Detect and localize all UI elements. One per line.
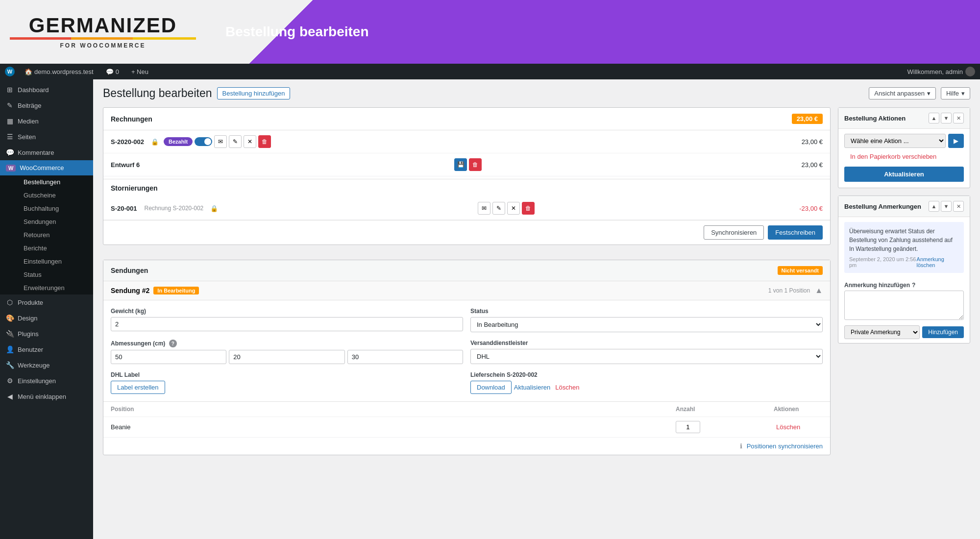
status-group: Status In Bearbeitung (470, 308, 823, 332)
admin-bar-comments[interactable]: 💬 0 (103, 64, 122, 79)
wp-logo[interactable]: W (5, 67, 15, 76)
close-btn-storno[interactable]: ✕ (507, 202, 520, 215)
woo-sub-status[interactable]: Status (10, 268, 93, 281)
note-meta: September 2, 2020 um 2:56 pm Anmerkung l… (849, 256, 959, 268)
anmerkungen-down-btn[interactable]: ▼ (941, 201, 952, 212)
go-button[interactable]: ▶ (948, 134, 964, 148)
rechnungen-total: 23,00 € (792, 114, 823, 124)
anmerkungen-up-btn[interactable]: ▲ (929, 201, 939, 212)
note-type-select[interactable]: Private Anmerkung (844, 325, 920, 339)
delete-position-link[interactable]: Löschen (774, 423, 803, 431)
sidebar-item-seiten[interactable]: ☰ Seiten (0, 129, 93, 145)
sidebar-item-benutzer[interactable]: 👤 Benutzer (0, 342, 93, 357)
note-time: September 2, 2020 um 2:56 pm (849, 256, 917, 268)
anmerkungen-panel: Bestellung Anmerkungen ▲ ▼ ✕ Überweisung… (838, 196, 970, 343)
delete-btn-2[interactable]: 🗑 (469, 158, 482, 171)
email-btn-1[interactable]: ✉ (214, 135, 227, 148)
sidebar-item-woocommerce[interactable]: W WooCommerce (0, 160, 93, 175)
add-order-button[interactable]: Bestellung hinzufügen (217, 87, 291, 99)
trash-row: In den Papierkorb verschieben (838, 153, 970, 164)
note-textarea[interactable] (844, 291, 964, 320)
position-row: Beanie Löschen (103, 416, 830, 437)
commit-button[interactable]: Festschreiben (768, 225, 823, 240)
status-select[interactable]: In Bearbeitung (470, 317, 823, 332)
aktionen-close-btn[interactable]: ✕ (953, 113, 964, 123)
sidebar-item-design[interactable]: 🎨 Design (0, 310, 93, 326)
home-icon: 🏠 (24, 68, 32, 75)
admin-bar-new[interactable]: + Neu (129, 64, 151, 79)
carrier-select[interactable]: DHL (470, 349, 823, 364)
close-btn-1[interactable]: ✕ (244, 135, 256, 148)
email-btn-storno[interactable]: ✉ (478, 202, 490, 215)
lock-icon-1: 🔒 (151, 138, 159, 146)
sidebar-item-dashboard[interactable]: ⊞ Dashboard (0, 82, 93, 98)
logo-underline (10, 37, 196, 40)
view-button[interactable]: Ansicht anpassen ▾ (869, 87, 936, 99)
sidebar-item-werkzeuge[interactable]: 🔧 Werkzeuge (0, 357, 93, 373)
sync-button[interactable]: Synchronisieren (704, 225, 764, 240)
pos-header-position: Position (111, 406, 676, 413)
plugins-icon: 🔌 (6, 330, 14, 338)
sidebar-item-plugins[interactable]: 🔌 Plugins (0, 326, 93, 342)
delete-delivery-link[interactable]: Löschen (553, 384, 582, 391)
woo-sub-berichte[interactable]: Berichte (10, 242, 93, 255)
aktionen-down-btn[interactable]: ▼ (941, 113, 952, 123)
save-btn-2[interactable]: 💾 (454, 158, 467, 171)
woo-sub-retouren[interactable]: Retouren (10, 228, 93, 242)
action-select[interactable]: Wähle eine Aktion ... (844, 134, 946, 148)
trash-link[interactable]: In den Papierkorb verschieben (844, 153, 942, 160)
qty-input[interactable] (676, 421, 700, 433)
add-note-button[interactable]: Hinzufügen (922, 326, 964, 338)
woo-sub-gutscheine[interactable]: Gutscheine (10, 189, 93, 202)
not-shipped-badge: Nicht versandt (778, 266, 823, 275)
storno-amount: -23,00 € (799, 205, 823, 212)
update-button[interactable]: Aktualisieren (844, 167, 964, 182)
woo-sub-erweiterungen[interactable]: Erweiterungen (10, 281, 93, 294)
paid-toggle[interactable] (195, 137, 212, 146)
sidebar-item-kommentare[interactable]: 💬 Kommentare (0, 145, 93, 160)
aktionen-up-btn[interactable]: ▲ (929, 113, 939, 123)
shipment-number: Sendung #2 In Bearbeitung (111, 287, 199, 294)
update-delivery-link[interactable]: Aktualisieren (512, 384, 553, 391)
sync-positions-link[interactable]: Positionen synchronisieren (747, 442, 823, 450)
rechnungen-panel: Rechnungen 23,00 € S-2020-002 🔒 Bezahlt … (103, 107, 831, 245)
admin-bar-site[interactable]: 🏠 demo.wordpress.test (22, 64, 96, 79)
werkzeuge-icon: 🔧 (6, 361, 14, 369)
woo-sub-sendungen[interactable]: Sendungen (10, 215, 93, 228)
top-banner: GERMANIZED FOR WOOCOMMERCE Bestellung be… (0, 0, 980, 64)
sidebar-item-collapse[interactable]: ◀ Menü einklappen (0, 389, 93, 404)
invoice-number-2: Entwurf 6 (111, 161, 140, 169)
delete-btn-1[interactable]: 🗑 (258, 135, 271, 148)
aktionen-controls: ▲ ▼ ✕ (929, 113, 964, 123)
collapse-shipment-btn[interactable]: ▲ (815, 286, 823, 295)
sidebar-item-medien[interactable]: ▦ Medien (0, 113, 93, 129)
download-button[interactable]: Download (470, 381, 512, 394)
note-footer: Private Anmerkung Hinzufügen (838, 321, 970, 343)
delete-btn-storno[interactable]: 🗑 (522, 202, 535, 215)
dim2-input[interactable] (229, 350, 344, 364)
sendungen-top-header: Sendungen Nicht versandt (103, 260, 830, 281)
sidebar-item-produkte[interactable]: ⬡ Produkte (0, 294, 93, 310)
positions-header: Position Anzahl Aktionen (103, 401, 830, 416)
edit-btn-storno[interactable]: ✎ (492, 202, 505, 215)
anmerkungen-close-btn[interactable]: ✕ (953, 201, 964, 212)
note-delete-link[interactable]: Anmerkung löschen (917, 256, 959, 268)
invoice-row-2: Entwurf 6 💾 🗑 23,00 € (103, 153, 830, 176)
sidebar-item-beitraege[interactable]: ✎ Beiträge (0, 98, 93, 113)
sidebar-item-einstellungen[interactable]: ⚙ Einstellungen (0, 373, 93, 389)
design-icon: 🎨 (6, 314, 14, 322)
add-note-label: Anmerkung hinzufügen ? (838, 278, 970, 291)
help-button[interactable]: Hilfe ▾ (941, 87, 970, 99)
dim3-input[interactable] (347, 350, 463, 364)
woo-sub-buchhaltung[interactable]: Buchhaltung (10, 202, 93, 215)
weight-input[interactable] (111, 317, 463, 331)
dim1-input[interactable] (111, 350, 226, 364)
woo-sub-einstellungen[interactable]: Einstellungen (10, 255, 93, 268)
dashboard-icon: ⊞ (6, 86, 14, 94)
anmerkungen-controls: ▲ ▼ ✕ (929, 201, 964, 212)
chevron-down-icon-help: ▾ (961, 90, 965, 97)
edit-btn-1[interactable]: ✎ (229, 135, 242, 148)
woo-sub-bestellungen[interactable]: Bestellungen (10, 175, 93, 189)
create-label-button[interactable]: Label erstellen (111, 381, 165, 394)
admin-bar-right: Willkommen, admin (907, 67, 975, 76)
